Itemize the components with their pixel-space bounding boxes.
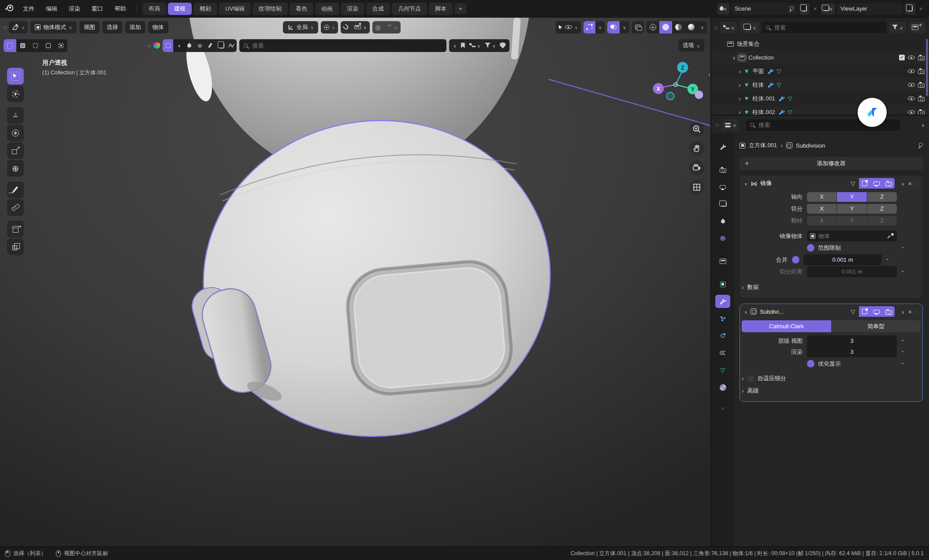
nav-data-tab[interactable]	[715, 363, 730, 377]
nav-scene-tab[interactable]	[715, 215, 730, 228]
editor-type-button[interactable]	[9, 21, 28, 33]
tab-rendering[interactable]: 渲染	[341, 3, 364, 15]
bisect-z-button[interactable]: Z	[867, 204, 897, 214]
outliner-filter-button[interactable]	[889, 22, 906, 33]
tool-duplicate[interactable]	[7, 238, 24, 255]
filter-brush[interactable]	[205, 39, 216, 52]
simple-button[interactable]: 简单型	[831, 320, 921, 332]
expand-icon[interactable]	[739, 96, 741, 102]
render-display-toggle[interactable]	[883, 178, 895, 189]
breadcrumb-modifier[interactable]: Subdivision	[796, 142, 825, 149]
menu-add[interactable]: 添加	[125, 21, 145, 33]
disable-render-icon[interactable]	[918, 56, 925, 60]
nav-tool-tab[interactable]	[715, 140, 730, 153]
tool-scale[interactable]	[7, 142, 24, 159]
collapse-icon[interactable]	[744, 309, 747, 315]
nav-collection-tab[interactable]	[715, 255, 730, 268]
blender-logo-icon[interactable]	[4, 4, 14, 13]
collection-row[interactable]: Collection	[711, 51, 929, 64]
filter-paint[interactable]	[184, 39, 194, 52]
subdivision-panel-header[interactable]: Subdivi...	[740, 304, 922, 319]
axis-minus-x-handle[interactable]	[695, 91, 703, 99]
tool-rotate[interactable]	[7, 125, 24, 141]
adaptive-checkbox[interactable]	[747, 375, 754, 382]
snap-settings[interactable]	[351, 21, 369, 33]
scene-type-icon[interactable]	[717, 3, 729, 15]
nav-particles-tab[interactable]	[715, 312, 730, 325]
camera-view-button[interactable]	[689, 160, 704, 175]
disable-render-icon[interactable]	[918, 70, 925, 74]
axis-x-button[interactable]: X	[807, 192, 836, 202]
filter-matcap[interactable]	[173, 39, 184, 52]
catalog-button[interactable]	[498, 39, 508, 52]
shelf-collapse-icon[interactable]	[148, 43, 151, 48]
expand-icon[interactable]	[739, 109, 741, 115]
color-wheel-icon[interactable]	[153, 42, 160, 49]
hide-eye-icon[interactable]	[908, 69, 915, 73]
nav-output-tab[interactable]	[715, 180, 730, 193]
disable-render-icon[interactable]	[918, 83, 925, 88]
nav-render-tab[interactable]	[715, 163, 730, 176]
display-mode-button[interactable]	[467, 39, 483, 52]
tool-select-box[interactable]	[7, 68, 24, 85]
tool-move[interactable]	[7, 107, 24, 124]
levels-render-field[interactable]: 3	[807, 346, 897, 357]
menu-view[interactable]: 视图	[79, 21, 100, 33]
nav-viewlayer-tab[interactable]	[715, 197, 730, 211]
filter-stroke[interactable]	[226, 39, 237, 52]
overlays-toggle[interactable]	[607, 21, 620, 33]
render-display-toggle[interactable]	[883, 306, 895, 317]
nav-more-icon[interactable]	[721, 405, 724, 411]
tool-measure[interactable]	[7, 199, 24, 216]
merge-threshold-slider[interactable]: 0.001 m	[803, 254, 882, 265]
outliner-display-mode[interactable]	[720, 22, 737, 33]
merge-checkbox[interactable]	[792, 256, 799, 263]
ortho-toggle-button[interactable]	[689, 180, 704, 195]
unlink-scene-icon[interactable]	[811, 5, 819, 12]
bisect-y-button[interactable]: Y	[837, 204, 866, 214]
modifier-extras-icon[interactable]	[901, 181, 904, 186]
outliner-grip[interactable]	[715, 25, 717, 30]
remove-viewlayer-icon[interactable]	[917, 5, 925, 12]
properties-options-icon[interactable]	[922, 122, 925, 128]
editmode-display-toggle[interactable]	[859, 306, 871, 317]
tab-compositing[interactable]: 合成	[366, 3, 390, 15]
vertex-group-toggle[interactable]	[847, 178, 859, 189]
axis-y-button[interactable]: Y	[837, 192, 866, 202]
shading-rendered[interactable]	[685, 21, 698, 33]
overlays-dropdown[interactable]	[620, 21, 629, 33]
gizmos-toggle[interactable]	[583, 21, 595, 33]
select-mode-extend[interactable]	[16, 39, 29, 52]
delete-modifier-icon[interactable]	[908, 308, 912, 315]
vertex-group-toggle[interactable]	[847, 306, 859, 317]
shading-wireframe[interactable]	[647, 21, 659, 33]
editmode-display-toggle[interactable]	[859, 178, 871, 189]
drag-handle-icon[interactable]	[915, 181, 918, 186]
show-hide-button[interactable]	[556, 21, 581, 33]
viewport-3d[interactable]: Z X Y 物体模式 视图 选择 添加 物体	[0, 18, 710, 546]
properties-display-button[interactable]	[722, 119, 739, 131]
nav-modifiers-tab[interactable]	[715, 295, 730, 308]
hide-eye-icon[interactable]	[908, 83, 915, 87]
nav-constraints-tab[interactable]	[715, 346, 730, 360]
eyedropper-icon[interactable]	[888, 233, 894, 239]
xray-toggle[interactable]	[632, 21, 644, 33]
overlay-app-logo[interactable]	[858, 98, 887, 127]
outliner-search[interactable]	[762, 22, 887, 33]
drag-handle-icon[interactable]	[915, 309, 918, 315]
proportional-edit-toggle[interactable]	[372, 21, 384, 33]
expand-icon[interactable]	[732, 55, 736, 60]
zoom-button[interactable]	[689, 122, 704, 137]
new-collection-button[interactable]	[909, 22, 925, 33]
snap-toggle[interactable]	[341, 21, 351, 33]
select-mode-subtract[interactable]	[29, 39, 42, 52]
object-row-cylinder-002[interactable]: 柱体.002	[711, 105, 929, 115]
filter-clone[interactable]	[216, 39, 226, 52]
nav-physics-tab[interactable]	[715, 329, 730, 342]
flip-z-button[interactable]: Z	[867, 216, 897, 226]
delete-modifier-icon[interactable]	[908, 180, 912, 187]
filter-button[interactable]	[483, 39, 498, 52]
modifier-name[interactable]: Subdivi...	[760, 308, 793, 315]
modifier-name[interactable]: 镜像	[760, 179, 794, 187]
object-row-cylinder-001[interactable]: 柱体.001	[711, 92, 929, 105]
